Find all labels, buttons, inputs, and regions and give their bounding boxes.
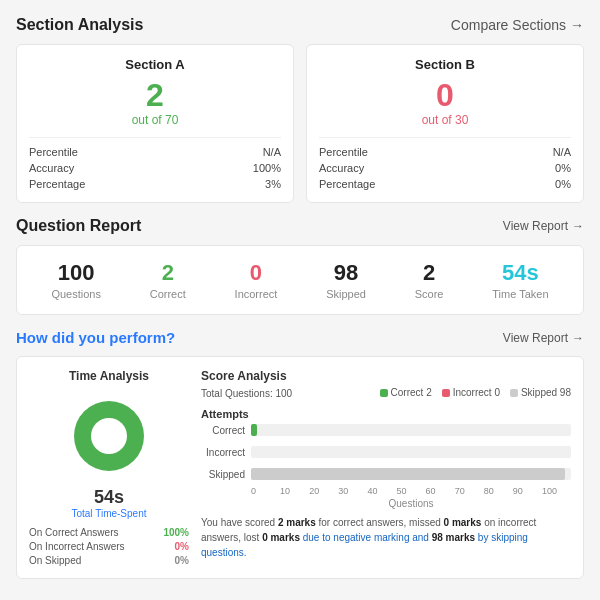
q-stat-incorrect: 0 Incorrect [235, 260, 278, 300]
section-a-stat-accuracy: Accuracy 100% [29, 162, 281, 174]
q-stat-score-value: 2 [415, 260, 444, 286]
question-report-title: Question Report [16, 217, 141, 235]
q-stat-skipped: 98 Skipped [326, 260, 366, 300]
section-b-score: 0 [319, 78, 571, 113]
section-b-percentage-value: 0% [555, 178, 571, 190]
q-stat-questions-label: Questions [51, 288, 101, 300]
q-stat-questions: 100 Questions [51, 260, 101, 300]
question-report-header: Question Report View Report → [16, 217, 584, 235]
time-breakdown: On Correct Answers 100% On Incorrect Ans… [29, 527, 189, 566]
q-stat-incorrect-label: Incorrect [235, 288, 278, 300]
perform-view-report-arrow-icon: → [572, 331, 584, 345]
section-b-stat-percentage: Percentage 0% [319, 178, 571, 190]
x-tick-10: 10 [280, 486, 309, 496]
section-a-percentile-label: Percentile [29, 146, 78, 158]
time-skipped-row: On Skipped 0% [29, 555, 189, 566]
section-a-stats: Percentile N/A Accuracy 100% Percentage … [29, 137, 281, 190]
donut-container [29, 391, 189, 481]
q-stat-incorrect-value: 0 [235, 260, 278, 286]
section-b-percentile-value: N/A [553, 146, 571, 158]
bar-correct-track [251, 424, 571, 436]
legend-skipped: Skipped 98 [510, 387, 571, 398]
summary-marks-skipped: 98 marks [432, 532, 475, 543]
question-stats: 100 Questions 2 Correct 0 Incorrect 98 S… [27, 260, 573, 300]
time-spent-label: Total Time-Spent [29, 508, 189, 519]
section-a-percentile-value: N/A [263, 146, 281, 158]
q-stat-score: 2 Score [415, 260, 444, 300]
q-stat-correct-label: Correct [150, 288, 186, 300]
time-incorrect-label: On Incorrect Answers [29, 541, 125, 552]
view-report-link[interactable]: View Report → [503, 219, 584, 233]
compare-sections-label: Compare Sections [451, 17, 566, 33]
x-tick-40: 40 [367, 486, 396, 496]
x-axis: 0 10 20 30 40 50 60 70 80 90 100 [251, 486, 571, 496]
time-donut-chart [64, 391, 154, 481]
bar-row-skipped: Skipped [201, 468, 571, 480]
bar-incorrect-label: Incorrect [201, 447, 245, 458]
q-stat-skipped-value: 98 [326, 260, 366, 286]
perform-header: How did you perform? View Report → [16, 329, 584, 346]
score-analysis-top-row: Total Questions: 100 Correct 2 Incorrect… [201, 387, 571, 404]
bar-skipped-label: Skipped [201, 469, 245, 480]
time-correct-label: On Correct Answers [29, 527, 118, 538]
perform-inner: Time Analysis 54s Total Time-Spent On Co… [29, 369, 571, 566]
time-correct-row: On Correct Answers 100% [29, 527, 189, 538]
section-a-percentage-label: Percentage [29, 178, 85, 190]
section-a-accuracy-label: Accuracy [29, 162, 74, 174]
section-b-stat-percentile: Percentile N/A [319, 146, 571, 158]
score-legend: Correct 2 Incorrect 0 Skipped 98 [380, 387, 571, 398]
legend-correct-label: Correct 2 [391, 387, 432, 398]
section-b-card: Section B 0 out of 30 Percentile N/A Acc… [306, 44, 584, 203]
q-stat-time-taken-label: Time Taken [492, 288, 548, 300]
q-stat-skipped-label: Skipped [326, 288, 366, 300]
total-questions-text: Total Questions: 100 [201, 388, 292, 399]
attempts-label: Attempts [201, 408, 571, 420]
bar-chart: Correct Incorrect Skipped [201, 424, 571, 480]
legend-incorrect-label: Incorrect 0 [453, 387, 500, 398]
section-a-stat-percentile: Percentile N/A [29, 146, 281, 158]
summary-marks-lost: 0 marks [262, 532, 300, 543]
question-report-card: 100 Questions 2 Correct 0 Incorrect 98 S… [16, 245, 584, 315]
x-axis-label: Questions [251, 498, 571, 509]
x-tick-20: 20 [309, 486, 338, 496]
time-incorrect-row: On Incorrect Answers 0% [29, 541, 189, 552]
bar-correct-label: Correct [201, 425, 245, 436]
view-report-arrow-icon: → [572, 219, 584, 233]
time-incorrect-value: 0% [175, 541, 189, 552]
view-report-label: View Report [503, 219, 568, 233]
bar-row-incorrect: Incorrect [201, 446, 571, 458]
compare-sections-link[interactable]: Compare Sections → [451, 17, 584, 33]
compare-sections-arrow-icon: → [570, 17, 584, 33]
section-a-score: 2 [29, 78, 281, 113]
score-analysis: Score Analysis Total Questions: 100 Corr… [201, 369, 571, 566]
legend-incorrect: Incorrect 0 [442, 387, 500, 398]
summary-marks-correct: 2 marks [278, 517, 316, 528]
x-tick-80: 80 [484, 486, 513, 496]
time-spent-value: 54s [29, 487, 189, 508]
time-skipped-label: On Skipped [29, 555, 81, 566]
x-tick-30: 30 [338, 486, 367, 496]
section-a-accuracy-value: 100% [253, 162, 281, 174]
x-tick-60: 60 [426, 486, 455, 496]
section-b-stat-accuracy: Accuracy 0% [319, 162, 571, 174]
sections-grid: Section A 2 out of 70 Percentile N/A Acc… [16, 44, 584, 203]
q-stat-correct: 2 Correct [150, 260, 186, 300]
section-b-percentage-label: Percentage [319, 178, 375, 190]
perform-view-report-link[interactable]: View Report → [503, 331, 584, 345]
summary-marks-missed: 0 marks [444, 517, 482, 528]
legend-skipped-label: Skipped 98 [521, 387, 571, 398]
section-a-title: Section A [29, 57, 281, 72]
summary-blue-text: due to negative marking and 98 marks by … [201, 532, 528, 558]
legend-correct: Correct 2 [380, 387, 432, 398]
bar-skipped-track [251, 468, 571, 480]
bar-skipped-fill [251, 468, 565, 480]
section-b-accuracy-value: 0% [555, 162, 571, 174]
section-a-percentage-value: 3% [265, 178, 281, 190]
legend-skipped-dot [510, 389, 518, 397]
q-stat-score-label: Score [415, 288, 444, 300]
legend-correct-dot [380, 389, 388, 397]
section-a-card: Section A 2 out of 70 Percentile N/A Acc… [16, 44, 294, 203]
bar-incorrect-track [251, 446, 571, 458]
section-a-stat-percentage: Percentage 3% [29, 178, 281, 190]
time-analysis: Time Analysis 54s Total Time-Spent On Co… [29, 369, 189, 566]
